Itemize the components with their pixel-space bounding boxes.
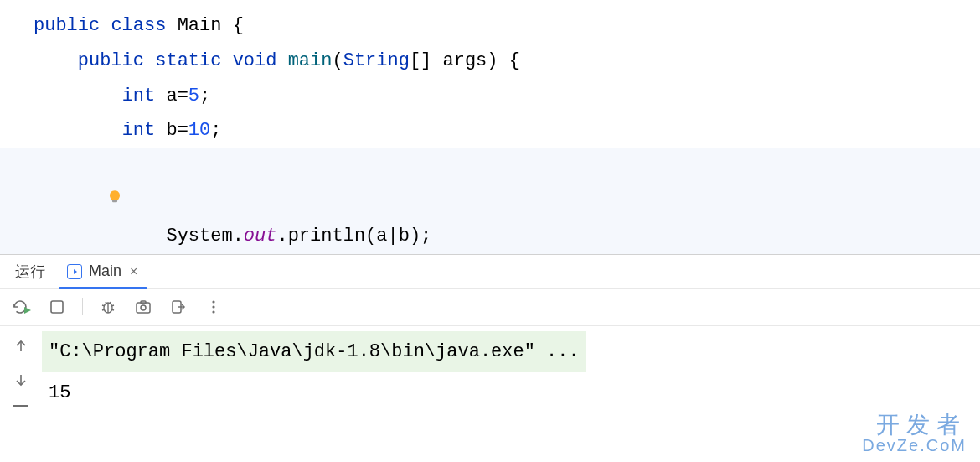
toolbar-separator <box>82 298 83 315</box>
code-line[interactable]: int a=5; <box>0 79 980 114</box>
class-name: Main <box>178 15 222 36</box>
method-name: main <box>288 50 333 71</box>
debug-button[interactable] <box>98 297 118 317</box>
number-literal: 10 <box>188 120 210 141</box>
watermark: 开发者 DevZe.CoM <box>862 413 967 454</box>
console-area: "C:\Program Files\Java\jdk-1.8\bin\java.… <box>0 326 980 415</box>
svg-line-10 <box>110 302 111 304</box>
scroll-up-button[interactable] <box>11 336 31 356</box>
scroll-down-button[interactable] <box>11 370 31 390</box>
code-line[interactable]: int b=10; <box>0 113 980 148</box>
svg-point-16 <box>212 305 214 308</box>
svg-rect-11 <box>137 303 150 313</box>
svg-rect-2 <box>51 301 63 313</box>
svg-line-7 <box>102 309 105 310</box>
keyword-public: public <box>78 50 144 71</box>
svg-line-8 <box>111 309 114 310</box>
code-line[interactable]: public class Main { <box>0 8 980 44</box>
type-string: String <box>343 50 410 71</box>
rerun-button[interactable] <box>12 297 32 317</box>
run-panel-header: 运行 Main × <box>0 254 980 289</box>
class-ref: System <box>166 226 232 247</box>
more-icon[interactable] <box>204 297 224 317</box>
number-literal: 5 <box>188 86 199 106</box>
keyword-int: int <box>122 120 156 141</box>
svg-point-17 <box>212 310 214 313</box>
svg-rect-0 <box>112 200 117 202</box>
svg-line-6 <box>111 305 114 306</box>
svg-line-9 <box>106 302 106 304</box>
keyword-class: class <box>111 15 166 36</box>
console-output[interactable]: "C:\Program Files\Java\jdk-1.8\bin\java.… <box>42 326 980 415</box>
method-call: println <box>288 226 365 247</box>
camera-icon[interactable] <box>133 297 153 317</box>
stop-button[interactable] <box>47 297 67 317</box>
exit-icon[interactable] <box>168 297 188 317</box>
keyword-void: void <box>233 50 277 71</box>
svg-point-15 <box>212 300 214 303</box>
command-line: "C:\Program Files\Java\jdk-1.8\bin\java.… <box>42 331 586 373</box>
run-panel-title[interactable]: 运行 <box>15 262 45 282</box>
keyword-static: static <box>155 50 221 71</box>
output-line: 15 <box>42 372 980 414</box>
svg-point-12 <box>141 305 146 310</box>
console-gutter <box>0 326 42 415</box>
code-line[interactable]: public static void main(String[] args) { <box>0 44 980 79</box>
run-toolbar <box>0 289 980 326</box>
intention-bulb-icon[interactable] <box>40 148 123 253</box>
svg-marker-1 <box>24 307 31 314</box>
close-icon[interactable]: × <box>128 264 139 279</box>
separator-icon <box>13 405 28 407</box>
tab-label: Main <box>89 262 121 280</box>
field-out: out <box>244 226 277 247</box>
run-tab-main[interactable]: Main × <box>62 255 144 288</box>
keyword-int: int <box>122 86 156 106</box>
svg-line-5 <box>102 305 105 306</box>
keyword-public: public <box>34 15 100 36</box>
brace: { <box>221 15 243 36</box>
run-config-icon <box>67 264 82 279</box>
code-line-current[interactable]: System.out.println(a|b); <box>0 148 980 253</box>
code-editor[interactable]: public class Main { public static void m… <box>0 0 980 254</box>
